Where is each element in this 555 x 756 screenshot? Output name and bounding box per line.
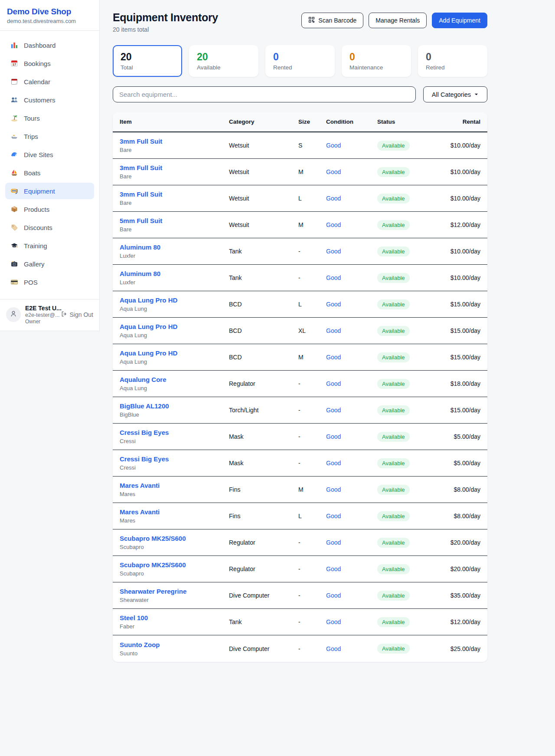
category-select[interactable]: All Categories — [423, 86, 487, 102]
page-title: Equipment Inventory — [113, 11, 218, 24]
stat-card-available[interactable]: 20Available — [189, 45, 258, 77]
item-condition-link[interactable]: Good — [326, 460, 341, 467]
item-condition-link[interactable]: Good — [326, 327, 341, 334]
table-row[interactable]: Aqua Lung Pro HD Aqua Lung BCD L Good Av… — [113, 291, 487, 318]
table-row[interactable]: Suunto Zoop Suunto Dive Computer - Good … — [113, 635, 487, 662]
item-condition-link[interactable]: Good — [326, 301, 341, 308]
item-condition-link[interactable]: Good — [326, 274, 341, 281]
table-row[interactable]: Aluminum 80 Luxfer Tank - Good Available… — [113, 238, 487, 265]
item-rental-price: $10.00/day — [451, 142, 480, 149]
table-row[interactable]: Aqua Lung Pro HD Aqua Lung BCD M Good Av… — [113, 344, 487, 371]
sidebar-item-training[interactable]: Training — [5, 237, 94, 254]
item-brand: Luxfer — [120, 279, 229, 286]
item-name-link[interactable]: Scubapro MK25/S600 — [120, 561, 229, 569]
item-name-link[interactable]: Aqua Lung Pro HD — [120, 349, 229, 357]
sidebar-item-boats[interactable]: Boats — [5, 164, 94, 181]
table-row[interactable]: Steel 100 Faber Tank - Good Available $1… — [113, 609, 487, 635]
sidebar-item-label: Dive Sites — [24, 151, 53, 158]
item-name-link[interactable]: Cressi Big Eyes — [120, 455, 229, 463]
table-row[interactable]: 3mm Full Suit Bare Wetsuit L Good Availa… — [113, 185, 487, 212]
item-name-link[interactable]: 3mm Full Suit — [120, 164, 229, 171]
sidebar-item-pos[interactable]: POS — [5, 274, 94, 290]
sidebar-item-bookings[interactable]: 17Bookings — [5, 55, 94, 72]
sidebar-item-dive-sites[interactable]: Dive Sites — [5, 146, 94, 163]
table-row[interactable]: 5mm Full Suit Bare Wetsuit M Good Availa… — [113, 212, 487, 238]
item-rental-price: $12.00/day — [451, 221, 480, 228]
item-condition-link[interactable]: Good — [326, 645, 341, 652]
table-row[interactable]: Scubapro MK25/S600 Scubapro Regulator - … — [113, 556, 487, 582]
item-name-link[interactable]: 3mm Full Suit — [120, 138, 229, 145]
add-equipment-button[interactable]: Add Equipment — [432, 13, 487, 28]
item-condition-link[interactable]: Good — [326, 354, 341, 361]
stat-card-rented[interactable]: 0Rented — [265, 45, 335, 77]
table-row[interactable]: 3mm Full Suit Bare Wetsuit M Good Availa… — [113, 159, 487, 185]
sidebar-item-discounts[interactable]: Discounts — [5, 219, 94, 236]
stat-card-maintenance[interactable]: 0Maintenance — [342, 45, 411, 77]
item-condition-link[interactable]: Good — [326, 592, 341, 599]
item-name-link[interactable]: Scubapro MK25/S600 — [120, 535, 229, 542]
sidebar-item-customers[interactable]: Customers — [5, 92, 94, 108]
item-name-link[interactable]: Shearwater Peregrine — [120, 588, 229, 595]
table-row[interactable]: Shearwater Peregrine Shearwater Dive Com… — [113, 582, 487, 609]
calendar-date-icon: 17 — [10, 59, 18, 67]
table-row[interactable]: Scubapro MK25/S600 Scubapro Regulator - … — [113, 529, 487, 556]
scan-barcode-button[interactable]: Scan Barcode — [301, 13, 363, 28]
sidebar-item-calendar[interactable]: Calendar — [5, 73, 94, 90]
item-name-link[interactable]: Cressi Big Eyes — [120, 429, 229, 436]
item-condition-link[interactable]: Good — [326, 221, 341, 228]
item-name-link[interactable]: 5mm Full Suit — [120, 217, 229, 224]
item-condition-link[interactable]: Good — [326, 433, 341, 440]
sign-out-button[interactable]: Sign Out — [61, 311, 93, 319]
table-row[interactable]: Aqualung Core Aqua Lung Regulator - Good… — [113, 371, 487, 397]
item-name-link[interactable]: 3mm Full Suit — [120, 191, 229, 198]
item-condition-link[interactable]: Good — [326, 513, 341, 519]
sidebar-item-equipment[interactable]: Equipment — [5, 183, 94, 199]
column-header-item: Item — [120, 118, 229, 125]
item-condition-link[interactable]: Good — [326, 407, 341, 414]
main-content: Equipment Inventory 20 items total Scan … — [100, 0, 555, 688]
table-row[interactable]: Mares Avanti Mares Fins M Good Available… — [113, 477, 487, 503]
item-condition-link[interactable]: Good — [326, 539, 341, 546]
table-row[interactable]: Aqua Lung Pro HD Aqua Lung BCD XL Good A… — [113, 318, 487, 344]
item-rental-price: $8.00/day — [454, 486, 481, 493]
item-condition-link[interactable]: Good — [326, 248, 341, 255]
item-condition-link[interactable]: Good — [326, 618, 341, 625]
item-condition-link[interactable]: Good — [326, 486, 341, 493]
stat-card-retired[interactable]: 0Retired — [418, 45, 487, 77]
item-size: S — [298, 142, 326, 149]
item-name-link[interactable]: BigBlue AL1200 — [120, 402, 229, 410]
stat-value: 20 — [197, 51, 251, 63]
sidebar-item-dashboard[interactable]: Dashboard — [5, 37, 94, 53]
item-name-link[interactable]: Mares Avanti — [120, 482, 229, 489]
item-name-link[interactable]: Mares Avanti — [120, 508, 229, 516]
item-name-link[interactable]: Steel 100 — [120, 614, 229, 621]
table-row[interactable]: Mares Avanti Mares Fins L Good Available… — [113, 503, 487, 529]
table-row[interactable]: BigBlue AL1200 BigBlue Torch/Light - Goo… — [113, 397, 487, 424]
table-row[interactable]: 3mm Full Suit Bare Wetsuit S Good Availa… — [113, 132, 487, 159]
sidebar-item-trips[interactable]: Trips — [5, 128, 94, 145]
item-name-link[interactable]: Aqua Lung Pro HD — [120, 296, 229, 304]
search-input[interactable] — [113, 86, 416, 102]
item-condition-link[interactable]: Good — [326, 195, 341, 202]
item-condition-link[interactable]: Good — [326, 380, 341, 387]
manage-rentals-button[interactable]: Manage Rentals — [369, 13, 427, 28]
status-badge: Available — [377, 511, 410, 521]
user-meta: E2E Test U... e2e-tester@... Owner — [25, 305, 56, 325]
item-name-link[interactable]: Aqua Lung Pro HD — [120, 323, 229, 330]
item-name-link[interactable]: Aluminum 80 — [120, 243, 229, 251]
table-row[interactable]: Cressi Big Eyes Cressi Mask - Good Avail… — [113, 450, 487, 477]
item-condition-link[interactable]: Good — [326, 565, 341, 572]
table-row[interactable]: Cressi Big Eyes Cressi Mask - Good Avail… — [113, 424, 487, 450]
item-condition-link[interactable]: Good — [326, 168, 341, 175]
item-name-link[interactable]: Aqualung Core — [120, 376, 229, 383]
item-name-link[interactable]: Aluminum 80 — [120, 270, 229, 277]
item-condition-link[interactable]: Good — [326, 142, 341, 149]
item-name-link[interactable]: Suunto Zoop — [120, 641, 229, 648]
sidebar-item-products[interactable]: Products — [5, 201, 94, 217]
item-rental-price: $10.00/day — [451, 248, 480, 255]
sidebar-item-gallery[interactable]: Gallery — [5, 256, 94, 272]
table-row[interactable]: Aluminum 80 Luxfer Tank - Good Available… — [113, 265, 487, 291]
brand-domain: demo.test.divestreams.com — [7, 18, 92, 24]
stat-card-total[interactable]: 20Total — [113, 45, 182, 77]
sidebar-item-tours[interactable]: Tours — [5, 110, 94, 126]
